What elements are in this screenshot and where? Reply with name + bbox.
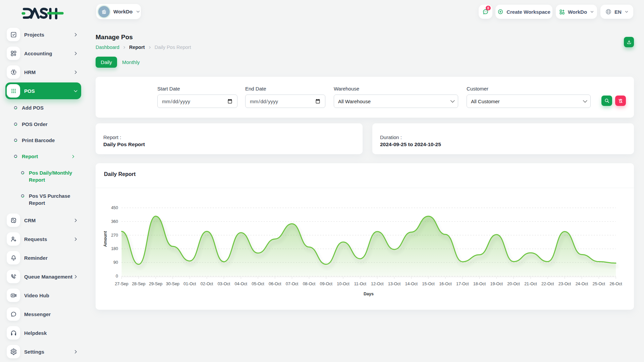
svg-text:270: 270 xyxy=(111,233,118,238)
svg-text:14-Oct: 14-Oct xyxy=(405,282,418,286)
svg-text:30-Sep: 30-Sep xyxy=(166,282,179,286)
svg-text:21-Oct: 21-Oct xyxy=(524,282,537,286)
svg-text:25-Oct: 25-Oct xyxy=(592,282,605,286)
svg-text:17-Oct: 17-Oct xyxy=(456,282,469,286)
svg-text:02-Oct: 02-Oct xyxy=(201,282,213,286)
svg-text:12-Oct: 12-Oct xyxy=(371,282,384,286)
svg-text:11-Oct: 11-Oct xyxy=(354,282,367,286)
svg-text:180: 180 xyxy=(111,246,118,251)
svg-text:360: 360 xyxy=(111,219,118,224)
svg-text:15-Oct: 15-Oct xyxy=(422,282,435,286)
svg-text:10-Oct: 10-Oct xyxy=(337,282,350,286)
svg-text:03-Oct: 03-Oct xyxy=(218,282,230,286)
svg-text:0: 0 xyxy=(116,274,118,279)
svg-text:16-Oct: 16-Oct xyxy=(439,282,452,286)
svg-text:22-Oct: 22-Oct xyxy=(541,282,554,286)
svg-text:09-Oct: 09-Oct xyxy=(320,282,332,286)
svg-text:07-Oct: 07-Oct xyxy=(286,282,299,286)
svg-text:27-Sep: 27-Sep xyxy=(115,282,128,286)
svg-text:29-Sep: 29-Sep xyxy=(149,282,162,286)
svg-text:01-Oct: 01-Oct xyxy=(183,282,196,286)
svg-text:450: 450 xyxy=(111,205,118,210)
svg-text:06-Oct: 06-Oct xyxy=(269,282,281,286)
svg-text:20-Oct: 20-Oct xyxy=(507,282,520,286)
svg-text:19-Oct: 19-Oct xyxy=(490,282,503,286)
svg-text:05-Oct: 05-Oct xyxy=(252,282,264,286)
svg-text:08-Oct: 08-Oct xyxy=(303,282,316,286)
svg-text:13-Oct: 13-Oct xyxy=(388,282,401,286)
svg-text:23-Oct: 23-Oct xyxy=(558,282,571,286)
svg-text:28-Sep: 28-Sep xyxy=(132,282,145,286)
svg-text:24-Oct: 24-Oct xyxy=(576,282,588,286)
svg-text:18-Oct: 18-Oct xyxy=(473,282,486,286)
svg-text:Days: Days xyxy=(364,292,374,296)
svg-text:04-Oct: 04-Oct xyxy=(234,282,247,286)
svg-text:90: 90 xyxy=(113,260,118,265)
svg-text:Amount: Amount xyxy=(103,231,108,247)
svg-text:26-Oct: 26-Oct xyxy=(609,282,622,286)
